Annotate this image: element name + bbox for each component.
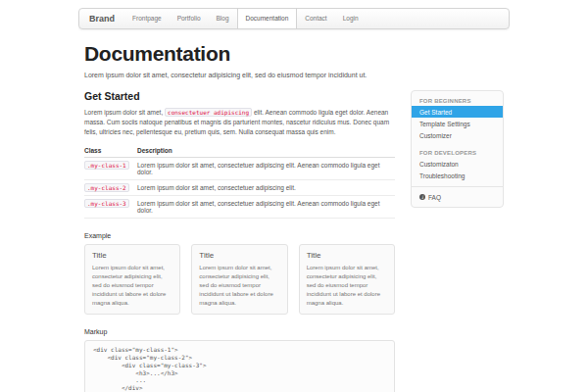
sidebar-item-template-settings[interactable]: Template Settings <box>412 118 503 129</box>
class-description: Lorem ipsum dolor sit amet, consectetuer… <box>137 196 395 219</box>
nav-item-frontpage[interactable]: Frontpage <box>124 9 170 28</box>
class-description: Lorem ipsum dolor sit amet, consectetuer… <box>137 180 395 196</box>
intro-text-pre: Lorem ipsum dolor sit amet, <box>84 109 165 116</box>
sidebar-item-faq[interactable]: iFAQ <box>412 191 503 203</box>
card-text: Lorem ipsum dolor sit amet, consectetur … <box>307 264 387 308</box>
table-row: .my-class-1 Lorem ipsum dolor sit amet, … <box>84 158 395 180</box>
nav-item-documentation[interactable]: Documentation <box>237 9 298 28</box>
get-started-heading: Get Started <box>84 90 395 102</box>
page-lead: Lorem ipsum dolor sit amet, consectetur … <box>84 72 504 78</box>
markup-heading: Markup <box>84 328 395 335</box>
sidebar-header-developers: For Developers <box>412 148 503 158</box>
navbar-brand[interactable]: Brand <box>79 9 124 28</box>
table-header-row: Class Description <box>84 144 395 158</box>
class-table: Class Description .my-class-1 Lorem ipsu… <box>84 144 395 219</box>
sidebar-divider <box>412 186 503 187</box>
sidebar-item-customizaton[interactable]: Customizaton <box>412 158 503 170</box>
card-title: Title <box>199 251 279 260</box>
nav-item-contact[interactable]: Contact <box>297 9 334 28</box>
main-column: Get Started Lorem ipsum dolor sit amet, … <box>84 90 395 392</box>
class-chip: .my-class-3 <box>84 199 129 208</box>
sidebar-header-beginners: For Beginners <box>412 96 503 106</box>
navbar: Brand Frontpage Portfolio Blog Documenta… <box>78 8 510 29</box>
nav-item-portfolio[interactable]: Portfolio <box>170 9 209 28</box>
content: Documentation Lorem ipsum dolor sit amet… <box>78 42 510 392</box>
table-header-description: Description <box>137 144 395 158</box>
table-row: .my-class-2 Lorem ipsum dolor sit amet, … <box>84 180 395 196</box>
card-title: Title <box>307 251 387 260</box>
example-card: Title Lorem ipsum dolor sit amet, consec… <box>299 244 395 315</box>
get-started-intro: Lorem ipsum dolor sit amet, consectetuer… <box>84 108 395 136</box>
example-card: Title Lorem ipsum dolor sit amet, consec… <box>84 244 180 315</box>
nav-item-blog[interactable]: Blog <box>209 9 237 28</box>
page-title: Documentation <box>84 42 504 66</box>
example-cards: Title Lorem ipsum dolor sit amet, consec… <box>84 244 395 315</box>
intro-inline-code: consectetuer adipiscing <box>165 108 252 117</box>
card-text: Lorem ipsum dolor sit amet, consectetur … <box>199 264 279 308</box>
table-row: .my-class-3 Lorem ipsum dolor sit amet, … <box>84 196 395 219</box>
sidebar-item-troubleshooting[interactable]: Troubleshooting <box>412 170 503 181</box>
sidebar: For Beginners Get Started Template Setti… <box>411 90 504 208</box>
example-card: Title Lorem ipsum dolor sit amet, consec… <box>191 244 287 315</box>
example-heading: Example <box>84 232 395 239</box>
class-chip: .my-class-2 <box>84 183 129 192</box>
class-chip: .my-class-1 <box>84 161 129 170</box>
sidebar-item-customizer[interactable]: Customizer <box>412 129 503 141</box>
table-header-class: Class <box>84 144 137 158</box>
card-title: Title <box>92 251 172 260</box>
markup-code-block: <div class="my-class-1"> <div class="my-… <box>84 340 395 392</box>
class-description: Lorem ipsum dolor sit amet, consectetuer… <box>137 158 395 180</box>
faq-label: FAQ <box>428 194 441 201</box>
sidebar-item-get-started[interactable]: Get Started <box>412 106 503 118</box>
nav-item-login[interactable]: Login <box>335 9 367 28</box>
info-icon: i <box>419 194 425 200</box>
page: Brand Frontpage Portfolio Blog Documenta… <box>78 8 510 392</box>
card-text: Lorem ipsum dolor sit amet, consectetur … <box>92 264 172 308</box>
